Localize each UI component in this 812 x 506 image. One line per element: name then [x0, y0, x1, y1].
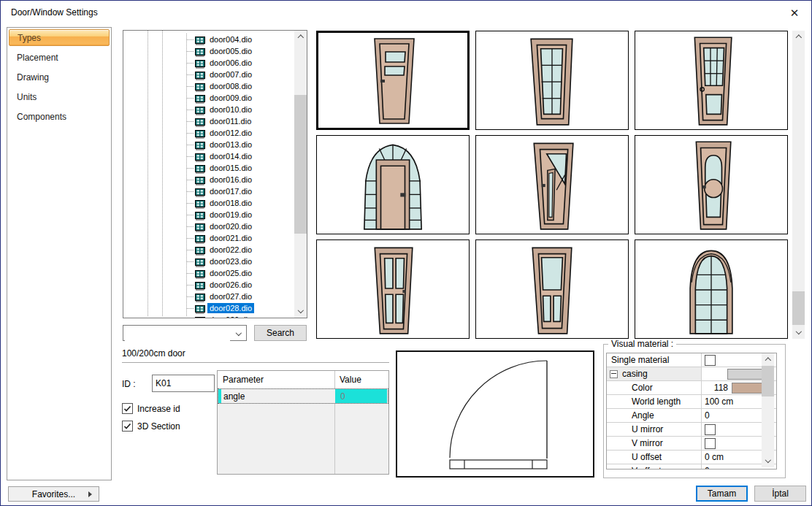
tree-scrollbar-thumb[interactable]: [294, 95, 307, 234]
tree-item-door023-dio[interactable]: door023.dio: [123, 256, 294, 267]
checkbox-3d-section[interactable]: 3D Section: [122, 421, 180, 432]
scroll-down-icon[interactable]: [294, 305, 307, 318]
tree-item-door021-dio[interactable]: door021.dio: [123, 232, 294, 244]
door-two-lites-preview[interactable]: [316, 31, 470, 130]
door-four-lites-preview[interactable]: [316, 239, 470, 339]
tree-item-door005-dio[interactable]: door005.dio: [123, 45, 294, 57]
tree-item-door029-dio[interactable]: door029.dio: [123, 314, 294, 318]
column-header-parameter: Parameter: [223, 375, 264, 385]
door-arched-sidelights-preview[interactable]: [316, 135, 470, 234]
material-scrollbar-thumb[interactable]: [762, 366, 774, 396]
parameter-value[interactable]: 0: [335, 389, 387, 403]
checkbox-increase-id[interactable]: Increase id: [122, 403, 180, 414]
column-header-value: Value: [340, 375, 361, 385]
tree-item-door028-dio[interactable]: door028.dio: [123, 302, 294, 314]
tree-item-door017-dio[interactable]: door017.dio: [123, 185, 294, 197]
tree-item-door007-dio[interactable]: door007.dio: [123, 69, 294, 80]
tree-elbow: [186, 296, 194, 297]
tree-item-label: door019.dio: [207, 210, 254, 220]
search-button[interactable]: Search: [254, 325, 307, 341]
tree-item-door015-dio[interactable]: door015.dio: [123, 162, 294, 174]
tree-elbow: [186, 156, 194, 157]
tree-item-door010-dio[interactable]: door010.dio: [123, 104, 294, 115]
door-glazed-grid-2x4-preview[interactable]: [475, 31, 629, 130]
tree-item-door016-dio[interactable]: door016.dio: [123, 174, 294, 185]
material-row-u-offset[interactable]: U offset0 cm: [607, 451, 776, 464]
door-arched-glazed-grid-preview[interactable]: [635, 239, 788, 339]
sidebar-item-placement[interactable]: Placement: [7, 47, 111, 67]
checkbox[interactable]: [122, 421, 133, 432]
collapse-icon[interactable]: [610, 370, 618, 378]
material-row-world-length[interactable]: World length100 cm: [607, 395, 776, 409]
cancel-button[interactable]: İptal: [754, 486, 806, 502]
tree-item-door014-dio[interactable]: door014.dio: [123, 150, 294, 162]
tree-scrollbar[interactable]: [294, 31, 307, 318]
material-row-value: 0: [705, 410, 710, 421]
scroll-down-icon[interactable]: [762, 455, 774, 467]
material-row-v-mirror[interactable]: V mirror: [607, 437, 776, 451]
ok-button[interactable]: Tamam: [696, 486, 748, 502]
scroll-up-icon[interactable]: [294, 31, 307, 43]
search-combobox[interactable]: [123, 325, 247, 341]
material-row-casing[interactable]: casing: [607, 367, 776, 381]
tree-elbow: [186, 63, 194, 64]
checkbox[interactable]: [705, 438, 716, 449]
preview-scrollbar-thumb[interactable]: [792, 291, 805, 325]
material-row-single-material[interactable]: Single material: [607, 353, 776, 367]
sidebar-item-components[interactable]: Components: [7, 107, 111, 126]
close-icon[interactable]: ✕: [785, 4, 804, 22]
tree-item-label: door016.dio: [207, 175, 254, 185]
tree-item-door025-dio[interactable]: door025.dio: [123, 267, 294, 279]
material-row-angle[interactable]: Angle0: [607, 409, 776, 423]
door-top-lite-two-bottom-preview[interactable]: [475, 239, 629, 339]
tree-item-door004-dio[interactable]: door004.dio: [123, 34, 294, 45]
visual-material-group: Visual material : Single materialcasingC…: [603, 344, 786, 478]
scroll-down-icon[interactable]: [792, 326, 805, 339]
material-row-color[interactable]: Color118: [607, 381, 776, 395]
material-row-u-mirror[interactable]: U mirror: [607, 423, 776, 437]
tree-item-door006-dio[interactable]: door006.dio: [123, 57, 294, 69]
door-file-icon: [195, 118, 205, 127]
scroll-up-icon[interactable]: [762, 353, 774, 366]
scroll-up-icon[interactable]: [792, 31, 805, 43]
tree-item-door012-dio[interactable]: door012.dio: [123, 127, 294, 139]
tree-elbow: [186, 133, 194, 134]
material-scrollbar[interactable]: [762, 353, 774, 467]
tree-elbow: [186, 145, 194, 145]
tree-item-door020-dio[interactable]: door020.dio: [123, 221, 294, 232]
parameter-name: angle: [223, 391, 245, 402]
tree-item-door027-dio[interactable]: door027.dio: [123, 291, 294, 302]
checkbox[interactable]: [122, 403, 133, 414]
material-row-value: 0 cm: [705, 452, 724, 462]
tree-elbow: [186, 215, 194, 215]
door-file-icon: [195, 48, 205, 57]
tree-item-door019-dio[interactable]: door019.dio: [123, 209, 294, 221]
tree-elbow: [186, 238, 194, 239]
tree-item-door008-dio[interactable]: door008.dio: [123, 80, 294, 92]
parameter-row-angle[interactable]: angle0: [218, 388, 388, 404]
favorites-button[interactable]: Favorites...: [8, 486, 99, 502]
checkbox[interactable]: [705, 424, 716, 435]
door-grid-3x3-bottom-lite-preview[interactable]: [635, 31, 788, 130]
tree-item-door026-dio[interactable]: door026.dio: [123, 279, 294, 291]
door-file-tree[interactable]: door004.dio door005.dio door006.dio door…: [123, 30, 307, 318]
sidebar-item-drawing[interactable]: Drawing: [7, 67, 111, 87]
tree-item-label: door026.dio: [207, 280, 254, 290]
tree-item-door009-dio[interactable]: door009.dio: [123, 92, 294, 104]
door-diagonal-lite-preview[interactable]: [475, 135, 629, 234]
tree-item-door013-dio[interactable]: door013.dio: [123, 139, 294, 150]
tree-item-door018-dio[interactable]: door018.dio: [123, 197, 294, 209]
sidebar-item-types[interactable]: Types: [9, 29, 110, 46]
material-row-v-offset[interactable]: V offset0 cm: [607, 464, 776, 469]
tree-item-label: door028.dio: [207, 303, 254, 313]
material-row-label: U mirror: [632, 424, 663, 434]
door-arch-lite-medallion-preview[interactable]: [635, 135, 788, 234]
door-file-icon: [195, 177, 205, 185]
tree-item-door011-dio[interactable]: door011.dio: [123, 115, 294, 127]
checkbox[interactable]: [705, 355, 716, 366]
id-field[interactable]: [152, 375, 215, 392]
search-combobox-input[interactable]: [125, 326, 230, 341]
tree-item-door022-dio[interactable]: door022.dio: [123, 244, 294, 256]
preview-scrollbar[interactable]: [792, 31, 805, 339]
sidebar-item-units[interactable]: Units: [7, 87, 111, 107]
